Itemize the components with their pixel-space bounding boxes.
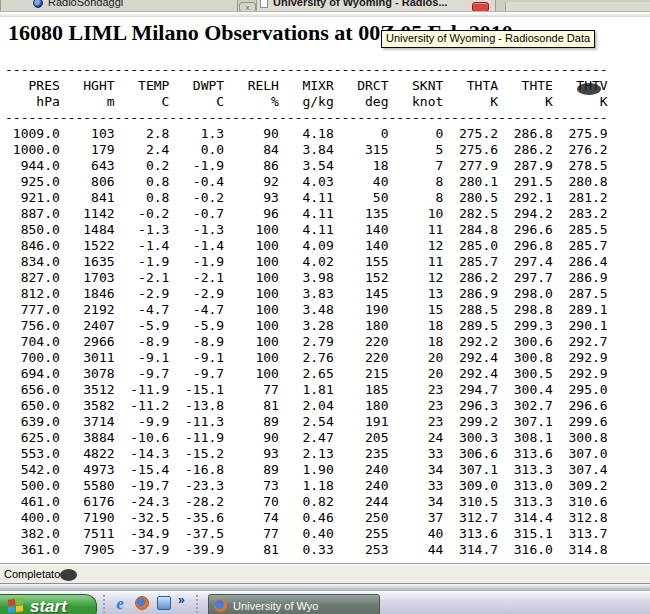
screen: RadioSondaggi x University of Wyoming - … [0, 0, 650, 614]
quick-launch-handle[interactable] [103, 595, 106, 613]
tab-radiosondaggi[interactable]: RadioSondaggi x [0, 0, 238, 12]
cursor-smudge [577, 83, 601, 95]
task-button-university-of-wyoming[interactable]: University of Wyo [208, 594, 380, 614]
firefox-icon [214, 599, 227, 612]
sounding-table: ----------------------------------------… [5, 62, 608, 558]
globe-icon [33, 0, 43, 8]
start-label: start [30, 597, 67, 614]
quick-launch-overflow-chevron[interactable]: » [178, 593, 185, 607]
window-bottom-edge [0, 583, 650, 591]
tab-strip-filler [505, 2, 650, 12]
taskbar-handle[interactable] [196, 595, 199, 613]
windows-logo-icon [8, 598, 24, 614]
tooltip: University of Wyoming - Radiosonde Data [381, 30, 595, 48]
taskbar: start e » University of Wyo [0, 591, 650, 614]
tab-label: University of Wyoming - Radios... [273, 0, 448, 8]
tab-university-of-wyoming[interactable]: University of Wyoming - Radios... [256, 0, 496, 12]
tab-close-icon[interactable]: x [239, 2, 256, 12]
page-icon [260, 0, 268, 8]
page-content: 16080 LIML Milano Observations at 00Z 05… [0, 17, 650, 563]
windows-app-icon[interactable] [157, 596, 171, 610]
task-button-label: University of Wyo [233, 600, 375, 612]
internet-explorer-icon[interactable]: e [112, 596, 128, 612]
cursor-smudge [60, 569, 77, 581]
status-bar: Completato [0, 563, 650, 583]
status-text: Completato [4, 568, 60, 580]
browser-tab-bar: RadioSondaggi x University of Wyoming - … [0, 0, 650, 12]
tab-close-icon[interactable] [472, 2, 489, 12]
firefox-icon[interactable] [135, 596, 149, 610]
tab-label: RadioSondaggi [48, 0, 123, 8]
start-button[interactable]: start [0, 594, 97, 614]
